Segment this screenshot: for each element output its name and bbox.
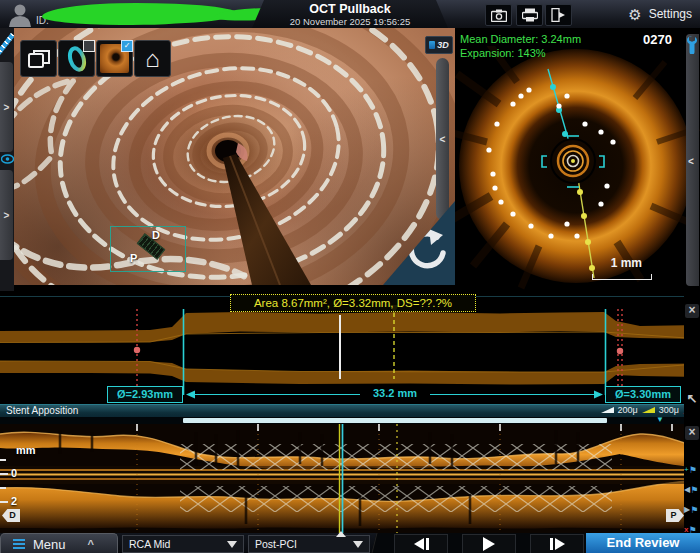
right-button-column: × ↖ × +⚑ ◀⚑ ▶⚑ x⚑ — [684, 296, 700, 533]
chevron-down-icon — [353, 541, 363, 548]
chevron-left-icon: < — [440, 134, 446, 145]
cross-section-readouts: Mean Diameter: 3.24mm Expansion: 143% — [460, 32, 581, 60]
y-tick-minor — [0, 459, 6, 461]
proximal-diameter-readout: Ø=3.30mm — [605, 386, 681, 403]
left-panel-tab-1[interactable]: > — [0, 62, 13, 152]
eye-icon[interactable] — [1, 154, 14, 164]
catheter-rings — [551, 139, 595, 183]
3d-depth-slider[interactable]: < — [436, 58, 449, 220]
oct-cross-section-image — [455, 46, 700, 296]
privacy-redaction-blob — [42, 3, 238, 25]
y-tick-minor — [0, 487, 6, 489]
ring-view-button[interactable] — [58, 40, 95, 77]
wrench-icon[interactable] — [686, 36, 698, 54]
right-panel-tab[interactable]: < — [686, 34, 699, 286]
patient-icon — [7, 2, 33, 27]
legend-300-label: 300μ — [659, 405, 679, 415]
trace-lower-band — [0, 361, 700, 385]
ring-checkbox-unchecked[interactable] — [83, 40, 95, 52]
delete-bookmark-button[interactable]: x⚑ — [684, 522, 700, 537]
chevron-right-icon: > — [4, 102, 10, 113]
left-rail: > > — [0, 28, 14, 291]
legend-wedge-white — [601, 407, 614, 413]
flythrough-button[interactable]: ✓ — [96, 40, 133, 77]
close-lmode-button[interactable]: × — [685, 426, 699, 440]
proximal-label-3d: P — [130, 252, 137, 264]
chevron-right-icon: > — [4, 210, 10, 221]
segment-length-readout: 33.2 mm — [360, 386, 430, 401]
snapshot-button[interactable] — [485, 4, 512, 26]
home-view-button[interactable]: ⌂ — [134, 40, 171, 77]
step-back-button[interactable] — [394, 534, 448, 553]
expansion-label: Expansion: — [460, 47, 514, 59]
lmode-y-two: 2 — [11, 495, 17, 507]
trace-upper-band — [0, 312, 700, 343]
end-review-button[interactable]: End Review — [586, 533, 700, 553]
distal-diameter-readout: Ø=2.93mm — [107, 386, 183, 403]
close-diameter-panel-button[interactable]: × — [685, 304, 699, 318]
home-icon: ⌂ — [145, 47, 160, 71]
cross-section-panel[interactable]: Mean Diameter: 3.24mm Expansion: 143% 02… — [455, 28, 700, 296]
flag-icon: ⚑ — [689, 465, 697, 475]
y-tick-0 — [0, 473, 8, 475]
bookmark-dot-right[interactable] — [617, 348, 623, 354]
flythrough-checkbox-checked[interactable]: ✓ — [121, 40, 133, 52]
settings-button[interactable]: ⚙ Settings — [628, 4, 692, 24]
chevron-left-icon: < — [688, 156, 694, 167]
step-forward-button[interactable] — [530, 534, 584, 553]
export-button[interactable] — [545, 4, 572, 26]
stent-apposition-title: Stent Apposition — [6, 405, 78, 416]
page-title: OCT Pullback — [252, 2, 448, 16]
layers-icon — [28, 49, 50, 69]
scale-bar — [592, 274, 652, 280]
previous-bookmark-button[interactable]: ◀⚑ — [684, 482, 700, 497]
settings-label: Settings — [649, 7, 692, 21]
lmode-y-unit: mm — [16, 444, 36, 456]
menu-button[interactable]: Menu ^ — [0, 533, 118, 553]
phase-select[interactable]: Post-PCI — [248, 535, 370, 553]
export-icon — [551, 8, 566, 22]
oct-workstation: ID. OCT Pullback 20 November 2025 19:56:… — [0, 0, 700, 553]
left-panel-tab-2[interactable]: > — [0, 170, 13, 260]
diameter-trace-panel[interactable]: Diameter (Ø) — [0, 296, 700, 405]
frame-number: 0270 — [643, 32, 672, 47]
lmode-y-zero: 0 — [11, 467, 17, 479]
print-button[interactable] — [516, 4, 543, 26]
flag-icon: ⚑ — [690, 485, 698, 495]
pullback-select[interactable]: RCA Mid — [122, 535, 244, 553]
y-tick-2 — [0, 501, 8, 503]
gear-icon: ⚙ — [628, 7, 641, 22]
legend-200-label: 200μ — [618, 405, 638, 415]
pan-arrow-button[interactable]: ↖ — [685, 392, 699, 406]
lmode-longitudinal-view[interactable]: 10 20 30 40 50 mm — [0, 424, 700, 533]
bookmark-dot-left[interactable] — [134, 347, 140, 353]
printer-icon — [522, 8, 538, 22]
3d-mode-badge[interactable]: 3D — [425, 36, 453, 54]
monitor-glyph — [429, 41, 435, 49]
ruler-icon[interactable] — [0, 33, 15, 55]
mean-diameter-label: Mean Diameter: — [460, 33, 538, 45]
diameter-trace — [0, 297, 700, 405]
stent-mesh-upper — [180, 444, 612, 470]
chevron-up-icon: ^ — [88, 538, 94, 550]
play-button[interactable] — [462, 534, 516, 553]
cyan-marker-down-icon[interactable]: ▼ — [656, 416, 664, 424]
legend-wedge-yellow — [642, 407, 655, 413]
step-forward-icon — [555, 538, 565, 550]
step-back-icon — [414, 538, 424, 550]
stent-coverage-row: ▼ ◀ — [0, 417, 700, 424]
menu-icon — [13, 537, 25, 551]
next-bookmark-button[interactable]: ▶⚑ — [684, 502, 700, 517]
stent-coverage-bar[interactable] — [183, 418, 607, 423]
distal-label-3d: D — [152, 229, 160, 241]
menu-label: Menu — [33, 537, 66, 552]
stent-apposition-header — [0, 404, 700, 418]
camera-icon — [491, 9, 507, 22]
area-readout: Area 8.67mm², Ø=3.32mm, DS=??.?% — [230, 294, 476, 312]
flag-icon: ⚑ — [690, 505, 698, 515]
scrub-handle[interactable] — [336, 531, 346, 537]
flythrough-3d-view[interactable]: ✓ ⌂ 3D < D P — [14, 28, 455, 285]
views-button[interactable] — [20, 40, 57, 77]
study-datetime: 20 November 2025 19:56:25 — [252, 16, 448, 27]
add-bookmark-button[interactable]: +⚑ — [684, 462, 700, 477]
